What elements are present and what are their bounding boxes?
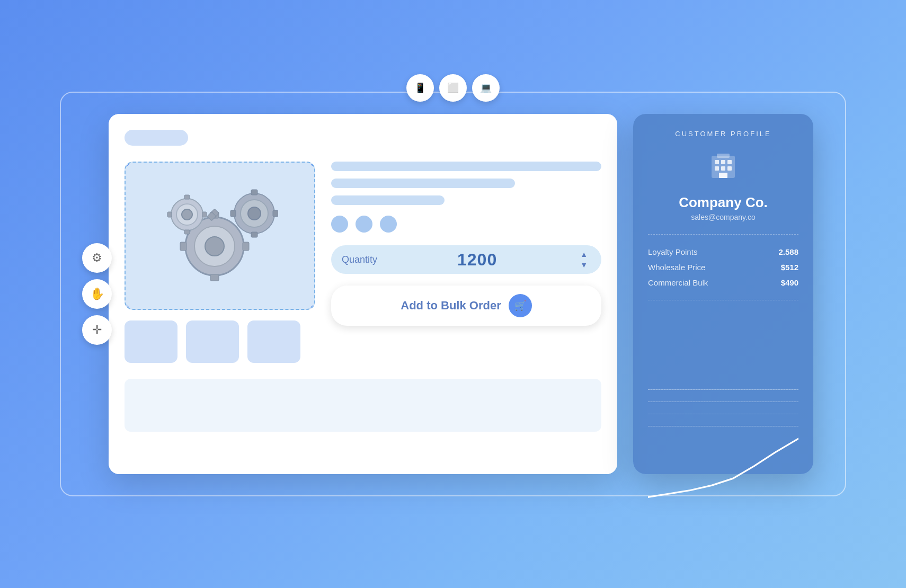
customer-profile-card: CUSTOMER PROFILE Company	[633, 114, 813, 474]
quantity-label: Quantity	[342, 254, 377, 265]
wholesale-price-row: Wholesale Price $512	[648, 260, 798, 275]
svg-rect-19	[184, 195, 190, 199]
color-option-3[interactable]	[380, 216, 397, 233]
svg-rect-24	[715, 160, 719, 164]
product-info: Quantity 1200 ▲ ▼ Add to Bulk Order	[331, 162, 601, 363]
main-content: Quantity 1200 ▲ ▼ Add to Bulk Order	[109, 114, 813, 474]
svg-rect-22	[202, 212, 207, 217]
canvas-frame: 📱 ⬜ 💻	[60, 92, 846, 496]
loyalty-points-row: Loyalty Points 2.588	[648, 244, 798, 260]
add-to-order-button[interactable]: Add to Bulk Order 🛒	[331, 286, 601, 326]
commercial-bulk-label: Commercial Bulk	[648, 278, 708, 287]
settings-tool-button[interactable]: ⚙	[82, 243, 112, 273]
trend-chart	[648, 432, 798, 501]
thumbnail-3[interactable]	[247, 320, 300, 363]
chart-grid-line-1	[648, 389, 798, 390]
quantity-increment[interactable]: ▲	[577, 250, 591, 259]
color-option-2[interactable]	[356, 216, 372, 233]
mobile-device-button[interactable]: 📱	[406, 74, 434, 102]
chart-grid-line-3	[648, 414, 798, 414]
svg-rect-15	[273, 210, 278, 217]
wholesale-price-value: $512	[781, 263, 798, 272]
product-image[interactable]	[125, 162, 315, 310]
commercial-bulk-value: $490	[781, 278, 798, 287]
quantity-decrement[interactable]: ▼	[577, 260, 591, 270]
svg-rect-30	[719, 173, 727, 178]
move-tool-button[interactable]: ✛	[82, 315, 112, 345]
svg-rect-21	[167, 212, 172, 217]
svg-point-2	[205, 237, 224, 256]
company-name: Company Co.	[648, 194, 798, 211]
address-bar	[125, 130, 188, 146]
product-title-bar	[331, 162, 601, 171]
trend-line	[648, 439, 798, 497]
handle-bottom-right[interactable]	[310, 305, 315, 310]
svg-rect-31	[717, 154, 730, 158]
svg-rect-26	[727, 160, 732, 164]
company-icon	[648, 150, 798, 188]
svg-rect-25	[721, 160, 725, 164]
pan-tool-button[interactable]: ✋	[82, 279, 112, 309]
desktop-device-button[interactable]: 💻	[472, 74, 500, 102]
product-subtitle-bar	[331, 179, 515, 188]
product-detail-bar	[331, 195, 445, 205]
browser-inner: Quantity 1200 ▲ ▼ Add to Bulk Order	[109, 114, 617, 474]
profile-title: CUSTOMER PROFILE	[648, 130, 798, 138]
gears-svg	[162, 177, 278, 294]
handle-top-right[interactable]	[310, 162, 315, 166]
company-email: sales@company.co	[648, 213, 798, 221]
svg-rect-27	[715, 166, 719, 171]
thumbnail-2[interactable]	[186, 320, 239, 363]
svg-point-11	[248, 207, 261, 220]
svg-rect-28	[721, 166, 725, 171]
svg-rect-13	[251, 232, 257, 237]
quantity-stepper[interactable]: ▲ ▼	[577, 250, 591, 270]
loyalty-points-value: 2.588	[778, 247, 798, 256]
building-icon	[707, 150, 739, 182]
quantity-value: 1200	[457, 250, 497, 270]
left-toolbar: ⚙ ✋ ✛	[82, 243, 112, 345]
loyalty-points-label: Loyalty Points	[648, 247, 697, 256]
scene: ⚙ ✋ ✛ 📱 ⬜ 💻	[82, 56, 824, 532]
chart-area	[648, 389, 798, 458]
thumbnail-row	[125, 320, 315, 363]
wholesale-price-label: Wholesale Price	[648, 263, 705, 272]
cart-icon: 🛒	[509, 294, 532, 317]
chart-grid-line-4	[648, 426, 798, 426]
chart-grid-line-2	[648, 402, 798, 402]
handle-top-left[interactable]	[125, 162, 129, 166]
handle-bottom-left[interactable]	[125, 305, 129, 310]
commercial-bulk-row: Commercial Bulk $490	[648, 275, 798, 290]
svg-point-18	[182, 209, 192, 220]
svg-rect-6	[243, 242, 249, 251]
browser-frame: Quantity 1200 ▲ ▼ Add to Bulk Order	[109, 114, 617, 474]
color-selector	[331, 216, 601, 233]
device-selector: 📱 ⬜ 💻	[406, 74, 500, 102]
profile-divider-1	[648, 234, 798, 235]
svg-rect-12	[251, 190, 257, 195]
product-image-area	[125, 162, 315, 363]
svg-rect-29	[727, 166, 732, 171]
tablet-device-button[interactable]: ⬜	[439, 74, 467, 102]
add-to-order-label: Add to Bulk Order	[401, 299, 501, 313]
color-option-1[interactable]	[331, 216, 348, 233]
svg-rect-20	[184, 230, 190, 234]
svg-rect-5	[180, 242, 186, 251]
product-section: Quantity 1200 ▲ ▼ Add to Bulk Order	[125, 162, 601, 363]
thumbnail-1[interactable]	[125, 320, 177, 363]
bottom-placeholder	[125, 379, 601, 432]
svg-rect-14	[230, 210, 236, 217]
svg-rect-4	[210, 274, 219, 281]
profile-divider-2	[648, 300, 798, 300]
quantity-row: Quantity 1200 ▲ ▼	[331, 245, 601, 274]
